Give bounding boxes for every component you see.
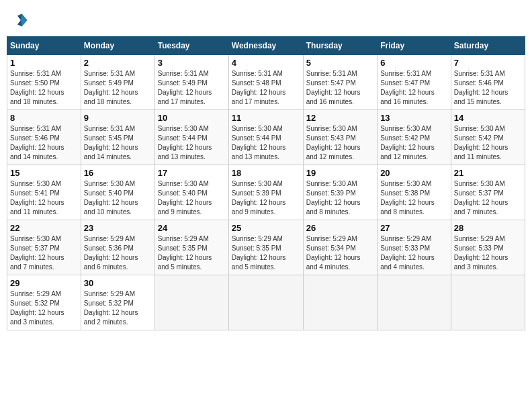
calendar-cell: 14Sunrise: 5:30 AMSunset: 5:42 PMDayligh…	[451, 110, 525, 165]
day-number: 23	[84, 223, 152, 233]
day-number: 8	[10, 113, 78, 123]
logo	[7, 9, 31, 31]
calendar-cell: 18Sunrise: 5:30 AMSunset: 5:39 PMDayligh…	[228, 165, 303, 220]
day-number: 22	[10, 223, 78, 233]
day-info: Sunrise: 5:31 AMSunset: 5:47 PMDaylight:…	[306, 69, 374, 107]
day-number: 19	[306, 168, 374, 178]
day-info: Sunrise: 5:29 AMSunset: 5:35 PMDaylight:…	[232, 234, 300, 272]
calendar-cell: 9Sunrise: 5:31 AMSunset: 5:45 PMDaylight…	[81, 110, 154, 165]
calendar-cell: 6Sunrise: 5:31 AMSunset: 5:47 PMDaylight…	[378, 55, 451, 110]
day-number: 3	[158, 58, 226, 68]
day-number: 21	[454, 168, 522, 178]
calendar-cell: 23Sunrise: 5:29 AMSunset: 5:36 PMDayligh…	[81, 220, 154, 275]
calendar-cell: 7Sunrise: 5:31 AMSunset: 5:46 PMDaylight…	[451, 55, 525, 110]
calendar-cell: 20Sunrise: 5:30 AMSunset: 5:38 PMDayligh…	[378, 165, 451, 220]
weekday-header-sunday: Sunday	[7, 37, 81, 55]
day-info: Sunrise: 5:30 AMSunset: 5:37 PMDaylight:…	[454, 179, 522, 217]
day-info: Sunrise: 5:30 AMSunset: 5:41 PMDaylight:…	[10, 179, 78, 217]
calendar-cell: 21Sunrise: 5:30 AMSunset: 5:37 PMDayligh…	[451, 165, 525, 220]
day-number: 25	[232, 223, 300, 233]
day-number: 14	[454, 113, 522, 123]
day-info: Sunrise: 5:29 AMSunset: 5:32 PMDaylight:…	[84, 289, 152, 327]
day-number: 12	[306, 113, 374, 123]
day-info: Sunrise: 5:30 AMSunset: 5:39 PMDaylight:…	[232, 179, 300, 217]
weekday-header-thursday: Thursday	[303, 37, 377, 55]
calendar-cell: 10Sunrise: 5:30 AMSunset: 5:44 PMDayligh…	[154, 110, 228, 165]
day-number: 11	[232, 113, 300, 123]
calendar-cell: 17Sunrise: 5:30 AMSunset: 5:40 PMDayligh…	[154, 165, 228, 220]
day-info: Sunrise: 5:31 AMSunset: 5:48 PMDaylight:…	[232, 69, 300, 107]
day-info: Sunrise: 5:29 AMSunset: 5:34 PMDaylight:…	[306, 234, 374, 272]
weekday-header-wednesday: Wednesday	[228, 37, 303, 55]
calendar-cell: 16Sunrise: 5:30 AMSunset: 5:40 PMDayligh…	[81, 165, 154, 220]
day-number: 24	[158, 223, 226, 233]
calendar-cell: 19Sunrise: 5:30 AMSunset: 5:39 PMDayligh…	[303, 165, 377, 220]
day-info: Sunrise: 5:30 AMSunset: 5:43 PMDaylight:…	[306, 124, 374, 162]
calendar-cell: 27Sunrise: 5:29 AMSunset: 5:33 PMDayligh…	[378, 220, 451, 275]
calendar-cell	[303, 275, 377, 330]
calendar-cell	[378, 275, 451, 330]
weekday-header-friday: Friday	[378, 37, 451, 55]
day-info: Sunrise: 5:30 AMSunset: 5:40 PMDaylight:…	[84, 179, 152, 217]
day-info: Sunrise: 5:31 AMSunset: 5:49 PMDaylight:…	[84, 69, 152, 107]
day-number: 1	[10, 58, 78, 68]
day-number: 2	[84, 58, 152, 68]
calendar-cell	[154, 275, 228, 330]
day-number: 26	[306, 223, 374, 233]
day-number: 17	[158, 168, 226, 178]
day-info: Sunrise: 5:30 AMSunset: 5:38 PMDaylight:…	[380, 179, 448, 217]
calendar-cell: 12Sunrise: 5:30 AMSunset: 5:43 PMDayligh…	[303, 110, 377, 165]
day-info: Sunrise: 5:31 AMSunset: 5:50 PMDaylight:…	[10, 69, 78, 107]
day-info: Sunrise: 5:30 AMSunset: 5:44 PMDaylight:…	[232, 124, 300, 162]
calendar-cell: 22Sunrise: 5:30 AMSunset: 5:37 PMDayligh…	[7, 220, 81, 275]
day-info: Sunrise: 5:29 AMSunset: 5:32 PMDaylight:…	[10, 289, 78, 327]
calendar-cell: 29Sunrise: 5:29 AMSunset: 5:32 PMDayligh…	[7, 275, 81, 330]
day-number: 4	[232, 58, 300, 68]
day-number: 10	[158, 113, 226, 123]
calendar-cell: 5Sunrise: 5:31 AMSunset: 5:47 PMDaylight…	[303, 55, 377, 110]
calendar-table: SundayMondayTuesdayWednesdayThursdayFrid…	[7, 36, 525, 330]
day-number: 5	[306, 58, 374, 68]
day-number: 28	[454, 223, 522, 233]
day-number: 27	[380, 223, 448, 233]
day-info: Sunrise: 5:29 AMSunset: 5:33 PMDaylight:…	[380, 234, 448, 272]
day-number: 20	[380, 168, 448, 178]
calendar-cell: 2Sunrise: 5:31 AMSunset: 5:49 PMDaylight…	[81, 55, 154, 110]
calendar-cell: 13Sunrise: 5:30 AMSunset: 5:42 PMDayligh…	[378, 110, 451, 165]
calendar-cell: 1Sunrise: 5:31 AMSunset: 5:50 PMDaylight…	[7, 55, 81, 110]
day-info: Sunrise: 5:30 AMSunset: 5:42 PMDaylight:…	[380, 124, 448, 162]
day-number: 16	[84, 168, 152, 178]
day-info: Sunrise: 5:30 AMSunset: 5:40 PMDaylight:…	[158, 179, 226, 217]
day-info: Sunrise: 5:30 AMSunset: 5:37 PMDaylight:…	[10, 234, 78, 272]
logo-icon	[7, 9, 28, 31]
day-number: 13	[380, 113, 448, 123]
day-info: Sunrise: 5:29 AMSunset: 5:33 PMDaylight:…	[454, 234, 522, 272]
calendar-cell: 26Sunrise: 5:29 AMSunset: 5:34 PMDayligh…	[303, 220, 377, 275]
page-header	[7, 7, 525, 31]
day-number: 18	[232, 168, 300, 178]
day-info: Sunrise: 5:29 AMSunset: 5:35 PMDaylight:…	[158, 234, 226, 272]
day-number: 29	[10, 278, 78, 288]
day-info: Sunrise: 5:31 AMSunset: 5:49 PMDaylight:…	[158, 69, 226, 107]
calendar-cell	[228, 275, 303, 330]
day-number: 30	[84, 278, 152, 288]
calendar-cell: 11Sunrise: 5:30 AMSunset: 5:44 PMDayligh…	[228, 110, 303, 165]
day-info: Sunrise: 5:30 AMSunset: 5:42 PMDaylight:…	[454, 124, 522, 162]
day-info: Sunrise: 5:31 AMSunset: 5:46 PMDaylight:…	[10, 124, 78, 162]
day-info: Sunrise: 5:29 AMSunset: 5:36 PMDaylight:…	[84, 234, 152, 272]
weekday-header-tuesday: Tuesday	[154, 37, 228, 55]
calendar-cell: 4Sunrise: 5:31 AMSunset: 5:48 PMDaylight…	[228, 55, 303, 110]
calendar-cell: 30Sunrise: 5:29 AMSunset: 5:32 PMDayligh…	[81, 275, 154, 330]
day-info: Sunrise: 5:31 AMSunset: 5:46 PMDaylight:…	[454, 69, 522, 107]
calendar-cell: 8Sunrise: 5:31 AMSunset: 5:46 PMDaylight…	[7, 110, 81, 165]
day-number: 9	[84, 113, 152, 123]
calendar-cell	[451, 275, 525, 330]
day-number: 6	[380, 58, 448, 68]
day-info: Sunrise: 5:30 AMSunset: 5:44 PMDaylight:…	[158, 124, 226, 162]
day-number: 15	[10, 168, 78, 178]
calendar-cell: 28Sunrise: 5:29 AMSunset: 5:33 PMDayligh…	[451, 220, 525, 275]
calendar-cell: 3Sunrise: 5:31 AMSunset: 5:49 PMDaylight…	[154, 55, 228, 110]
weekday-header-saturday: Saturday	[451, 37, 525, 55]
day-info: Sunrise: 5:31 AMSunset: 5:47 PMDaylight:…	[380, 69, 448, 107]
weekday-header-monday: Monday	[81, 37, 154, 55]
